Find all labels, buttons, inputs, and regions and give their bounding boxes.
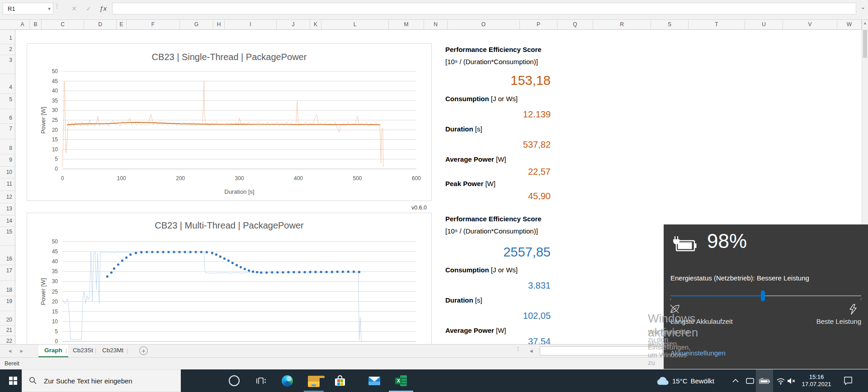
row-divider (0, 55, 15, 55)
store-button[interactable] (334, 375, 346, 387)
row-divider (0, 123, 15, 124)
column-header-L[interactable]: L (321, 20, 389, 29)
column-header-A[interactable]: A (15, 20, 30, 29)
row-header-4[interactable]: 4 (0, 83, 12, 91)
row-header-13[interactable]: 13 (0, 205, 12, 213)
formula-bar-strip: R1 ▾ ⁞ ✕ ✓ ƒx ⌄ (0, 0, 868, 20)
mail-button[interactable] (368, 375, 380, 387)
column-header-H[interactable]: H (213, 20, 225, 29)
column-header-R[interactable]: R (593, 20, 651, 29)
sheet-tab-cb23mt[interactable]: Cb23Mt (96, 345, 129, 356)
task-view-button[interactable] (255, 375, 267, 387)
power-slider-thumb[interactable] (761, 290, 765, 301)
column-header-D[interactable]: D (84, 20, 117, 29)
column-header-K[interactable]: K (310, 20, 321, 29)
column-header-J[interactable]: J (277, 20, 310, 29)
column-header-G[interactable]: G (180, 20, 213, 29)
row-header-7[interactable]: 7 (0, 125, 12, 133)
search-input[interactable] (43, 377, 171, 385)
file-explorer-button[interactable] (308, 376, 320, 387)
excel-button[interactable]: X (395, 375, 407, 387)
row-header-8[interactable]: 8 (0, 144, 12, 152)
row-header-18[interactable]: 18 (0, 286, 12, 294)
row-header-17[interactable]: 17 (0, 266, 12, 275)
enter-icon[interactable]: ✓ (82, 3, 95, 14)
svg-text:10: 10 (52, 318, 58, 325)
power-slider-track[interactable] (763, 295, 861, 296)
hscroll-grip-icon[interactable]: ⁞ (517, 347, 519, 351)
row-header-3[interactable]: 3 (0, 56, 12, 64)
tray-battery-button[interactable] (756, 369, 773, 392)
collapse-formula-bar-icon[interactable]: ⌄ (859, 4, 867, 15)
column-header-T[interactable]: T (689, 20, 745, 29)
column-header-Q[interactable]: Q (557, 20, 593, 29)
name-box-dropdown-icon[interactable]: ▾ (45, 3, 53, 14)
consumption-label-single: Consumption [J or Ws] (445, 95, 554, 103)
tab-nav-left-icon[interactable]: ◄ (5, 345, 15, 357)
svg-text:Power [W]: Power [W] (40, 107, 47, 134)
row-header-22[interactable]: 22 (0, 337, 12, 345)
cloud-icon (656, 376, 669, 385)
row-header-11[interactable]: 11 (0, 180, 12, 188)
row-header-19[interactable]: 19 (0, 297, 12, 305)
scroll-up-icon[interactable]: ▲ (862, 21, 868, 25)
column-header-W[interactable]: W (837, 20, 862, 29)
column-header-M[interactable]: M (389, 20, 424, 29)
column-header-I[interactable]: I (225, 20, 277, 29)
pes-formula-multi: [10⁹ / (Duration*Consumption)] (445, 227, 554, 235)
weather-temp: 15°C (672, 377, 688, 385)
row-header-20[interactable]: 20 (0, 316, 12, 324)
edge-button[interactable] (281, 375, 293, 387)
avg-power-value-single: 22,57 (445, 166, 551, 177)
column-header-O[interactable]: O (448, 20, 520, 29)
column-header-P[interactable]: P (520, 20, 557, 29)
row-header-15[interactable]: 15 (0, 228, 12, 236)
cancel-icon[interactable]: ✕ (68, 3, 80, 14)
taskbar-search[interactable] (22, 369, 181, 392)
row-header-5[interactable]: 5 (0, 95, 12, 103)
tray-chevron-button[interactable] (731, 378, 740, 384)
clock[interactable]: 15:16 17.07.2021 (797, 373, 836, 388)
row-header-9[interactable]: 9 (0, 156, 12, 164)
column-header-C[interactable]: C (42, 20, 84, 29)
new-sheet-icon[interactable]: + (139, 346, 148, 355)
chart-single-thread[interactable]: 051015202530354045500100200300400500600D… (27, 43, 432, 201)
tray-tablet-button[interactable] (745, 377, 755, 384)
row-header-16[interactable]: 16 (0, 255, 12, 263)
weather-widget[interactable]: 15°C Bewölkt (656, 369, 714, 392)
row-header-21[interactable]: 21 (0, 326, 12, 334)
column-header-N[interactable]: N (424, 20, 448, 29)
sheet-tab-graph[interactable]: Graph (38, 345, 68, 357)
column-header-E[interactable]: E (117, 20, 127, 29)
insert-function-icon[interactable]: ƒx (97, 3, 109, 14)
row-header-1[interactable]: 1 (0, 34, 12, 42)
vertical-scrollbar-thumb[interactable] (863, 30, 867, 58)
column-header-S[interactable]: S (651, 20, 689, 29)
horizontal-scrollbar-thumb[interactable] (540, 346, 663, 355)
battery-settings-link[interactable]: Akkueinstellungen (670, 349, 726, 357)
column-header-F[interactable]: F (127, 20, 180, 29)
row-header-12[interactable]: 12 (0, 193, 12, 201)
formula-bar-input[interactable] (112, 3, 856, 14)
chart-multi-thread[interactable]: 05101520253035404550CB23 | Multi-Thread … (27, 213, 432, 344)
start-button[interactable] (5, 369, 22, 392)
tab-nav-right-icon[interactable]: ► (16, 345, 27, 357)
row-header-10[interactable]: 10 (0, 168, 12, 176)
column-header-B[interactable]: B (30, 20, 42, 29)
svg-text:45: 45 (52, 78, 58, 84)
sheet-tab-cb23st[interactable]: Cb23St (67, 345, 99, 356)
battery-flyout: 98% Energiestatus (Netzbetrieb): Bessere… (664, 224, 868, 369)
cortana-button[interactable] (228, 375, 240, 387)
action-center-button[interactable] (843, 376, 854, 385)
row-header-2[interactable]: 2 (0, 45, 12, 53)
tray-volume-button[interactable] (787, 377, 797, 385)
svg-text:20: 20 (52, 127, 58, 133)
column-header-V[interactable]: V (783, 20, 837, 29)
tray-wifi-button[interactable] (776, 377, 786, 385)
column-header-U[interactable]: U (745, 20, 783, 29)
hscroll-left-icon[interactable]: ◄ (526, 345, 536, 357)
row-header-14[interactable]: 14 (0, 217, 12, 225)
slider-right-label: Beste Leistung (816, 317, 861, 325)
row-header-6[interactable]: 6 (0, 114, 12, 122)
mail-icon (368, 377, 380, 385)
